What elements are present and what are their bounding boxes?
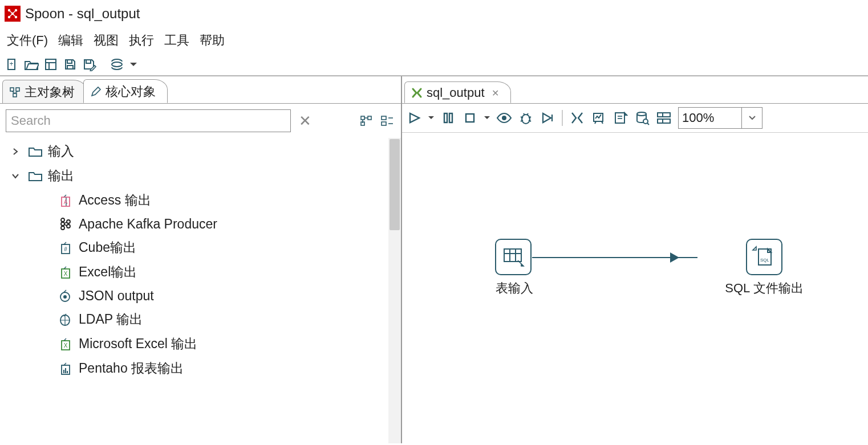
svg-text:X: X bbox=[64, 271, 68, 277]
debug-icon[interactable] bbox=[516, 108, 536, 128]
steps-tree: 输入 输出 A Access 输出 bbox=[0, 138, 401, 382]
tab-main-tree-label: 主对象树 bbox=[25, 84, 75, 101]
verify-icon[interactable] bbox=[567, 108, 587, 128]
scrollbar-thumb[interactable] bbox=[390, 139, 400, 230]
menu-run[interactable]: 执行 bbox=[127, 31, 156, 50]
svg-line-40 bbox=[64, 222, 67, 223]
transformation-canvas[interactable]: 表输入 SQL SQL 文件输出 bbox=[402, 133, 868, 443]
svg-rect-24 bbox=[368, 116, 371, 120]
excel-icon: X bbox=[57, 264, 73, 280]
zoom-selector[interactable]: 100% bbox=[678, 107, 762, 129]
step-msexcel-label: Microsoft Excel 输出 bbox=[79, 335, 197, 353]
svg-text:X: X bbox=[64, 342, 68, 349]
step-access-output[interactable]: A Access 输出 bbox=[57, 188, 401, 213]
svg-rect-65 bbox=[615, 113, 624, 123]
svg-line-7 bbox=[9, 14, 13, 17]
svg-point-34 bbox=[61, 226, 64, 230]
svg-line-6 bbox=[13, 10, 16, 14]
svg-rect-14 bbox=[67, 60, 72, 63]
app-icon bbox=[5, 6, 21, 22]
step-cube-output[interactable]: # Cube输出 bbox=[57, 235, 401, 260]
svg-rect-27 bbox=[382, 116, 386, 120]
tab-core-objects[interactable]: 核心对象 bbox=[83, 79, 168, 103]
step-pentaho-label: Pentaho 报表输出 bbox=[79, 360, 184, 377]
svg-rect-19 bbox=[13, 93, 17, 97]
menu-edit[interactable]: 编辑 bbox=[56, 31, 86, 50]
svg-point-33 bbox=[61, 218, 64, 222]
replay-icon[interactable] bbox=[538, 108, 557, 128]
menu-help[interactable]: 帮助 bbox=[197, 31, 227, 50]
canvas-node-sql-file-output-label: SQL 文件输出 bbox=[725, 280, 803, 297]
svg-line-5 bbox=[9, 10, 13, 14]
explore-icon[interactable] bbox=[42, 56, 59, 73]
svg-rect-56 bbox=[466, 114, 474, 122]
svg-point-47 bbox=[63, 295, 67, 299]
folder-input[interactable]: 输入 bbox=[11, 139, 401, 164]
expand-all-icon[interactable] bbox=[359, 113, 375, 129]
impact-icon[interactable] bbox=[589, 108, 609, 128]
tab-sql-output[interactable]: sql_output ✕ bbox=[404, 81, 511, 103]
perspective-icon[interactable] bbox=[108, 56, 125, 73]
folder-output[interactable]: 输出 bbox=[11, 164, 401, 188]
sql-icon[interactable] bbox=[611, 108, 630, 128]
open-file-icon[interactable] bbox=[23, 56, 40, 73]
run-dropdown-icon[interactable] bbox=[426, 108, 436, 128]
new-file-icon[interactable]: + bbox=[3, 56, 21, 73]
svg-rect-52 bbox=[65, 368, 66, 373]
stop-dropdown-icon[interactable] bbox=[482, 108, 492, 128]
svg-rect-18 bbox=[16, 88, 19, 91]
step-msexcel-output[interactable]: X Microsoft Excel 输出 bbox=[57, 332, 401, 356]
folder-input-label: 输入 bbox=[48, 142, 74, 160]
menu-tools[interactable]: 工具 bbox=[162, 31, 192, 50]
tree-icon bbox=[9, 86, 21, 99]
step-excel-output[interactable]: X Excel输出 bbox=[57, 260, 401, 284]
svg-rect-15 bbox=[67, 66, 73, 69]
tree-scrollbar[interactable] bbox=[388, 138, 401, 443]
chevron-down-icon bbox=[11, 172, 23, 180]
svg-rect-53 bbox=[67, 371, 68, 373]
svg-line-41 bbox=[64, 224, 67, 226]
svg-rect-17 bbox=[10, 88, 14, 91]
step-json-output[interactable]: JSON output bbox=[57, 284, 401, 307]
svg-rect-22 bbox=[361, 116, 364, 120]
svg-point-68 bbox=[637, 112, 646, 116]
svg-rect-29 bbox=[382, 122, 386, 125]
main-area: 主对象树 核心对象 ✕ bbox=[0, 76, 868, 443]
zoom-dropdown-icon[interactable] bbox=[741, 108, 762, 128]
stop-icon[interactable] bbox=[460, 108, 480, 128]
step-ldap-output[interactable]: LDAP 输出 bbox=[57, 307, 401, 332]
save-icon[interactable] bbox=[62, 56, 79, 73]
step-pentaho-report-output[interactable]: Pentaho 报表输出 bbox=[57, 356, 401, 381]
menu-view[interactable]: 视图 bbox=[91, 31, 121, 50]
canvas-node-sql-file-output[interactable]: SQL SQL 文件输出 bbox=[744, 239, 784, 297]
step-ldap-label: LDAP 输出 bbox=[79, 311, 143, 328]
collapse-all-icon[interactable] bbox=[379, 113, 395, 129]
tab-sql-output-label: sql_output bbox=[427, 85, 485, 100]
toolbar-separator bbox=[562, 110, 563, 126]
step-kafka-producer[interactable]: Apache Kafka Producer bbox=[57, 213, 401, 235]
svg-rect-16 bbox=[86, 60, 91, 63]
database-explore-icon[interactable] bbox=[632, 108, 652, 128]
svg-text:A: A bbox=[64, 199, 68, 205]
clear-search-icon[interactable]: ✕ bbox=[295, 112, 315, 130]
json-icon bbox=[57, 288, 73, 304]
show-results-icon[interactable] bbox=[654, 108, 674, 128]
pause-icon[interactable] bbox=[439, 108, 458, 128]
preview-icon[interactable] bbox=[494, 108, 514, 128]
titlebar: Spoon - sql_output bbox=[0, 0, 868, 27]
left-tabs: 主对象树 核心对象 bbox=[0, 76, 401, 104]
toolbar-main: + bbox=[0, 54, 868, 76]
menu-file[interactable]: 文件(F) bbox=[5, 31, 50, 50]
svg-rect-55 bbox=[449, 113, 452, 123]
save-as-icon[interactable] bbox=[81, 56, 98, 73]
dropdown-icon[interactable] bbox=[128, 56, 139, 73]
search-input[interactable] bbox=[6, 109, 291, 132]
pentaho-icon bbox=[57, 361, 73, 377]
tab-main-tree[interactable]: 主对象树 bbox=[2, 80, 87, 103]
svg-rect-51 bbox=[63, 370, 64, 373]
output-children: A Access 输出 Apache Kafka Producer # bbox=[11, 188, 401, 381]
canvas-node-table-input[interactable]: 表输入 bbox=[493, 239, 533, 297]
close-tab-icon[interactable]: ✕ bbox=[492, 88, 499, 99]
svg-point-69 bbox=[643, 119, 648, 124]
run-icon[interactable] bbox=[404, 108, 424, 128]
